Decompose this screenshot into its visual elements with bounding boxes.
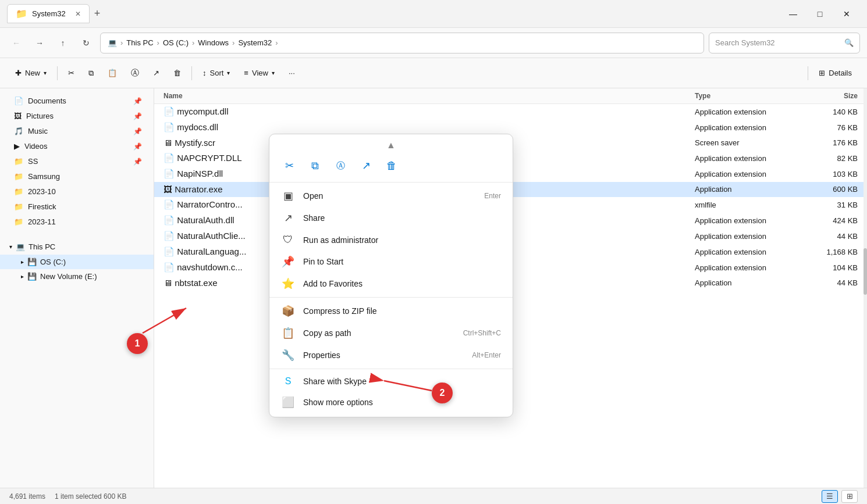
view-button[interactable]: ≡ View ▾ (238, 65, 280, 81)
ctx-rename-button[interactable]: Ⓐ (330, 155, 351, 176)
share-label: Share (303, 213, 325, 223)
maximize-button[interactable]: □ (806, 5, 833, 23)
breadcrumb[interactable]: 💻 › This PC › OS (C:) › Windows › System… (100, 33, 704, 53)
cut-button[interactable]: ✂ (62, 65, 80, 81)
ctx-divider-2 (269, 369, 513, 369)
file-icon: 📄 mydocs.dll (164, 122, 690, 133)
header-name[interactable]: Name (164, 92, 695, 100)
tab-system32[interactable]: 📁 System32 ✕ (7, 4, 90, 23)
share-icon: ↗ (153, 69, 159, 77)
close-button[interactable]: ✕ (833, 5, 860, 23)
breadcrumb-windows[interactable]: Windows (198, 38, 229, 47)
pictures-icon: 🖼 (14, 112, 22, 120)
file-row[interactable]: 📄 mydocs.dll Application extension 76 KB (154, 120, 867, 135)
ctx-open-item[interactable]: ▣ Open Enter (269, 185, 513, 207)
delete-icon: 🗑 (173, 69, 181, 77)
list-view-button[interactable]: ☰ (822, 490, 838, 503)
samsung-label: Samsung (28, 172, 60, 181)
more-options-icon: ⬜ (281, 396, 295, 409)
toolbar: ✚ New ▾ ✂ ⧉ 📋 Ⓐ ↗ 🗑 ↕ Sort ▾ ≡ View ▾ ··… (0, 58, 867, 88)
sidebar-item-documents[interactable]: 📄 Documents 📌 (2, 94, 151, 108)
header-size[interactable]: Size (800, 92, 858, 100)
header-type[interactable]: Type (695, 92, 800, 100)
sidebar-item-firestick[interactable]: 📁 Firestick (2, 199, 151, 214)
sidebar-item-e-drive[interactable]: ▸ 💾 New Volume (E:) (0, 269, 154, 284)
scrollbar-thumb[interactable] (864, 248, 867, 295)
up-button[interactable]: ↑ (54, 34, 72, 52)
breadcrumb-c-drive[interactable]: OS (C:) (163, 38, 189, 47)
search-bar[interactable]: Search System32 🔍 (709, 33, 860, 53)
file-row[interactable]: 📄 mycomput.dll Application extension 140… (154, 104, 867, 120)
details-button[interactable]: ⊞ Details (813, 65, 858, 81)
samsung-icon: 📁 (14, 172, 23, 181)
rename-button[interactable]: Ⓐ (125, 65, 145, 82)
breadcrumb-system32[interactable]: System32 (238, 38, 272, 47)
sidebar-item-2023-11[interactable]: 📁 2023-11 (2, 215, 151, 229)
sidebar-item-pictures[interactable]: 🖼 Pictures 📌 (2, 109, 151, 123)
file-type: Application (695, 278, 800, 287)
file-type: Application extension (695, 154, 800, 163)
forward-button[interactable]: → (30, 34, 49, 52)
sidebar-item-c-drive[interactable]: ▸ 💾 OS (C:) (0, 255, 154, 269)
refresh-button[interactable]: ↻ (77, 34, 95, 52)
sort-chevron: ▾ (227, 70, 230, 76)
ctx-share-item[interactable]: ↗ Share (269, 207, 513, 229)
this-pc-header[interactable]: ▾ 💻 This PC (0, 239, 154, 255)
ctx-copy-button[interactable]: ⧉ (304, 155, 325, 176)
more-button[interactable]: ··· (283, 65, 301, 81)
details-label: Details (829, 69, 852, 77)
expand-e-icon: ▸ (21, 273, 24, 280)
ctx-skype-item[interactable]: S Share with Skype (269, 371, 513, 391)
sidebar-item-music[interactable]: 🎵 Music 📌 (2, 124, 151, 138)
new-button[interactable]: ✚ New ▾ (9, 65, 52, 81)
open-shortcut: Enter (484, 192, 501, 200)
ctx-cut-button[interactable]: ✂ (279, 155, 300, 176)
file-type: xmlfile (695, 201, 800, 209)
ctx-compress-item[interactable]: 📦 Compress to ZIP file (269, 300, 513, 322)
sidebar-item-videos[interactable]: ▶ Videos 📌 (2, 139, 151, 153)
sidebar-item-samsung[interactable]: 📁 Samsung (2, 169, 151, 184)
ctx-run-as-admin-item[interactable]: 🛡 Run as administrator (269, 229, 513, 251)
delete-button[interactable]: 🗑 (168, 65, 187, 81)
compress-label: Compress to ZIP file (303, 306, 377, 316)
file-type: Application extension (695, 263, 800, 272)
grid-view-button[interactable]: ⊞ (841, 490, 858, 503)
sidebar-item-ss[interactable]: 📁 SS 📌 (2, 154, 151, 169)
e-drive-label: New Volume (E:) (40, 272, 97, 281)
ctx-share-button[interactable]: ↗ (356, 155, 376, 176)
annotation-circle-1: 1 (127, 333, 148, 354)
copy-button[interactable]: ⧉ (83, 65, 100, 81)
pin-icon-3: 📌 (133, 127, 142, 135)
view-chevron: ▾ (272, 70, 275, 76)
details-icon: ⊞ (819, 69, 825, 77)
ctx-pin-to-start-item[interactable]: 📌 Pin to Start (269, 251, 513, 273)
favorites-icon: ⭐ (281, 277, 295, 290)
search-placeholder: Search System32 (715, 38, 775, 47)
ctx-properties-item[interactable]: 🔧 Properties Alt+Enter (269, 344, 513, 366)
ctx-more-options-item[interactable]: ⬜ Show more options (269, 391, 513, 413)
pin-start-label: Pin to Start (303, 257, 343, 266)
share-button[interactable]: ↗ (147, 65, 165, 81)
minimize-button[interactable]: — (780, 5, 806, 23)
ctx-copy-path-item[interactable]: 📋 Copy as path Ctrl+Shift+C (269, 322, 513, 344)
compress-icon: 📦 (281, 305, 295, 317)
videos-icon: ▶ (14, 142, 20, 151)
properties-label: Properties (303, 351, 340, 360)
paste-button[interactable]: 📋 (102, 65, 123, 81)
sidebar-item-2023-10[interactable]: 📁 2023-10 (2, 184, 151, 199)
sort-icon: ↕ (202, 69, 207, 77)
file-size: 104 KB (800, 263, 858, 272)
tab-close-button[interactable]: ✕ (75, 10, 81, 18)
back-button[interactable]: ← (7, 34, 26, 52)
sort-button[interactable]: ↕ Sort ▾ (197, 65, 236, 81)
breadcrumb-this-pc[interactable]: This PC (126, 38, 153, 47)
new-tab-button[interactable]: + (94, 8, 101, 20)
scrollbar[interactable] (864, 88, 867, 488)
file-type: Application (695, 185, 800, 194)
ctx-delete-button[interactable]: 🗑 (381, 155, 402, 176)
ss-label: SS (28, 157, 38, 166)
music-icon: 🎵 (14, 127, 23, 135)
selection-info: 1 item selected 600 KB (55, 492, 126, 501)
ctx-add-favorites-item[interactable]: ⭐ Add to Favorites (269, 273, 513, 295)
file-type: Screen saver (695, 138, 800, 147)
